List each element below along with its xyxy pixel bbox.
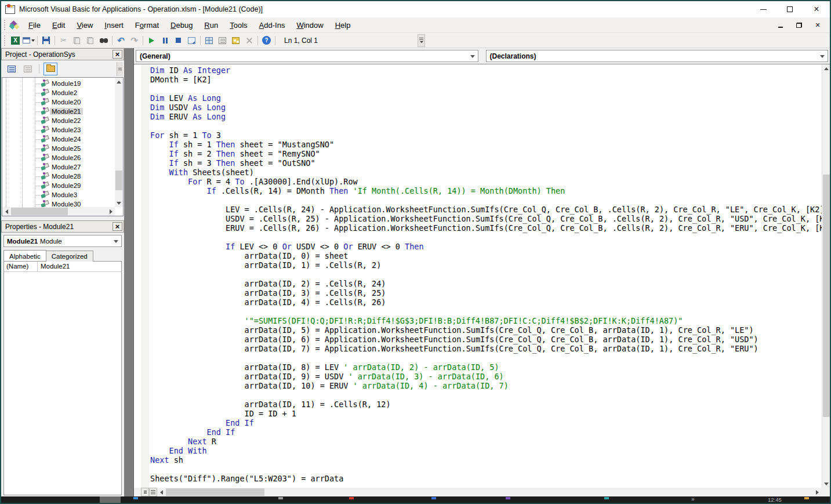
cut-button[interactable]: ✂ bbox=[57, 34, 70, 47]
menu-addins[interactable]: Add-Ins bbox=[253, 19, 291, 32]
mdi-minimize-button[interactable] bbox=[774, 20, 787, 30]
tree-scroll-left-button[interactable] bbox=[2, 207, 10, 216]
tree-scroll-down-button[interactable] bbox=[115, 199, 123, 207]
object-selector-dropdown[interactable]: Module21 Module bbox=[3, 235, 122, 247]
project-tree-vscrollbar[interactable] bbox=[115, 78, 123, 207]
taskbar-icon-blue[interactable] bbox=[133, 497, 138, 499]
tab-alphabetic[interactable]: Alphabetic bbox=[3, 250, 46, 261]
help-icon: ? bbox=[262, 36, 271, 45]
menu-run[interactable]: Run bbox=[198, 19, 224, 32]
windows-taskbar[interactable]: » 12:45 bbox=[1, 496, 830, 503]
design-mode-button[interactable] bbox=[185, 34, 198, 47]
taskbar-active-app[interactable] bbox=[100, 496, 121, 503]
property-value-cell[interactable]: Module21 bbox=[38, 262, 121, 271]
toggle-folders-button[interactable] bbox=[43, 63, 57, 75]
undo-button[interactable]: ↶ bbox=[114, 34, 128, 47]
copy-button[interactable] bbox=[70, 34, 84, 47]
view-object-button[interactable] bbox=[21, 63, 35, 75]
menu-format[interactable]: Format bbox=[129, 19, 165, 32]
menu-view[interactable]: View bbox=[71, 19, 99, 32]
project-tree-item-module27[interactable]: Module27 bbox=[2, 162, 115, 172]
project-tree-item-module24[interactable]: Module24 bbox=[2, 135, 115, 144]
menu-insert[interactable]: Insert bbox=[99, 19, 129, 32]
project-tree-item-module23[interactable]: Module23 bbox=[2, 125, 115, 135]
module-label: Module2 bbox=[50, 89, 79, 96]
code-text[interactable]: Dim ID As IntegerDMonth = [K2]Dim LEV As… bbox=[150, 66, 822, 483]
redo-button[interactable]: ↷ bbox=[128, 34, 141, 47]
break-button[interactable] bbox=[158, 34, 172, 47]
insert-userform-button[interactable] bbox=[22, 34, 35, 47]
project-tree-item-module25[interactable]: Module25 bbox=[2, 144, 115, 153]
taskbar-icon-purple[interactable] bbox=[506, 497, 510, 499]
project-tree-item-module2[interactable]: Module2 bbox=[2, 88, 115, 97]
run-button[interactable] bbox=[145, 34, 158, 47]
view-code-button[interactable] bbox=[5, 63, 19, 75]
reset-button[interactable] bbox=[172, 34, 185, 47]
declarations-dropdown[interactable]: (Declarations) bbox=[486, 50, 829, 62]
find-button[interactable] bbox=[97, 34, 110, 47]
close-button[interactable]: × bbox=[803, 1, 830, 17]
paste-button[interactable] bbox=[84, 34, 97, 47]
taskbar-icon-teal[interactable] bbox=[604, 497, 609, 499]
taskbar-icon-gray[interactable] bbox=[278, 497, 283, 499]
menu-help[interactable]: Help bbox=[329, 19, 357, 32]
code-vscroll-thumb[interactable] bbox=[823, 175, 830, 417]
code-scroll-right-button[interactable] bbox=[813, 488, 822, 496]
taskbar-icon-yellow[interactable] bbox=[804, 497, 809, 499]
mdi-close-button[interactable]: × bbox=[811, 20, 824, 30]
maximize-button[interactable] bbox=[776, 1, 803, 17]
code-scroll-down-button[interactable] bbox=[822, 480, 830, 488]
code-hscrollbar[interactable] bbox=[134, 488, 822, 496]
taskbar-icon-blue2[interactable] bbox=[431, 497, 436, 499]
tree-scroll-right-button[interactable] bbox=[107, 207, 115, 216]
project-tree-item-module26[interactable]: Module26 bbox=[2, 153, 115, 162]
full-module-view-button[interactable] bbox=[149, 488, 157, 496]
menu-debug[interactable]: Debug bbox=[165, 19, 198, 32]
code-vscrollbar[interactable] bbox=[822, 64, 830, 488]
vba-app-icon bbox=[5, 5, 15, 14]
menu-edit[interactable]: Edit bbox=[46, 19, 71, 32]
tab-categorized[interactable]: Categorized bbox=[46, 251, 93, 262]
code-hscroll-thumb[interactable] bbox=[166, 488, 264, 496]
project-tree-hscrollbar[interactable] bbox=[2, 207, 115, 216]
menu-window[interactable]: Window bbox=[291, 19, 329, 32]
property-row-name[interactable]: (Name) Module21 bbox=[4, 262, 121, 272]
project-tree-item-module29[interactable]: Module29 bbox=[2, 181, 115, 190]
menu-tools[interactable]: Tools bbox=[224, 19, 253, 32]
toolbar-grip[interactable] bbox=[4, 20, 7, 30]
object-browser-button[interactable] bbox=[229, 34, 242, 47]
toolbox-button[interactable] bbox=[242, 34, 256, 47]
properties-panel-close-button[interactable]: × bbox=[113, 222, 122, 231]
procedure-dropdown[interactable]: (General) bbox=[136, 50, 478, 62]
project-toolbar-overflow-button[interactable] bbox=[117, 62, 123, 76]
help-button[interactable]: ? bbox=[260, 34, 273, 47]
procedure-view-button[interactable] bbox=[141, 488, 149, 496]
toolbar-grip-2[interactable] bbox=[4, 35, 7, 46]
project-tree-item-module20[interactable]: Module20 bbox=[2, 97, 115, 107]
toolbar-overflow-button[interactable] bbox=[418, 34, 425, 47]
project-tree-item-module28[interactable]: Module28 bbox=[2, 172, 115, 181]
project-explorer-button[interactable] bbox=[202, 34, 216, 47]
mdi-restore-button[interactable] bbox=[793, 20, 805, 30]
taskbar-icon-red[interactable] bbox=[349, 497, 354, 499]
tree-vscroll-thumb[interactable] bbox=[115, 171, 122, 190]
menu-file[interactable]: File bbox=[23, 19, 46, 32]
tree-scroll-up-button[interactable] bbox=[115, 78, 123, 86]
code-editor[interactable]: Dim ID As IntegerDMonth = [K2]Dim LEV As… bbox=[134, 64, 822, 488]
project-tree-item-module19[interactable]: Module19 bbox=[2, 79, 115, 88]
margin-indicator-bar[interactable] bbox=[141, 64, 149, 488]
minimize-button[interactable] bbox=[750, 1, 776, 17]
code-scroll-left-button[interactable] bbox=[157, 488, 166, 496]
view-excel-button[interactable]: X bbox=[9, 34, 22, 47]
module-icon bbox=[41, 182, 50, 190]
code-scroll-up-button[interactable] bbox=[822, 64, 830, 72]
project-tree-item-module22[interactable]: Module22 bbox=[2, 116, 115, 125]
redo-icon: ↷ bbox=[130, 36, 138, 45]
tree-hscroll-thumb[interactable] bbox=[11, 208, 68, 215]
taskbar-overflow-chevron[interactable]: » bbox=[691, 496, 695, 502]
project-tree-item-module21[interactable]: Module21 bbox=[2, 107, 115, 116]
project-panel-close-button[interactable]: × bbox=[113, 50, 122, 59]
save-button[interactable] bbox=[39, 34, 53, 47]
project-tree-item-module3[interactable]: Module3 bbox=[2, 190, 115, 200]
properties-window-button[interactable] bbox=[216, 34, 229, 47]
